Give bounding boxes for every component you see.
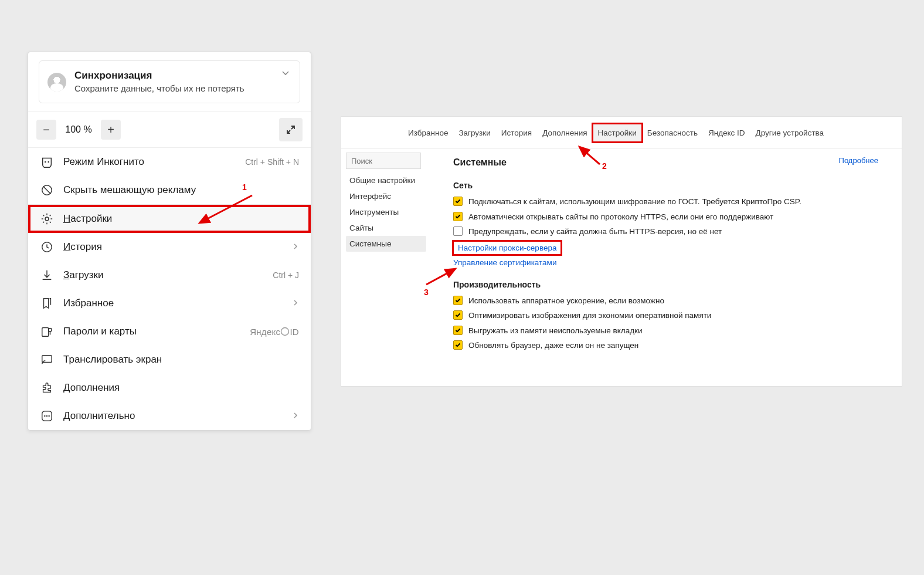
cert-management-link-row: Управление сертификатами (453, 258, 896, 267)
side-item-general[interactable]: Общие настройки (346, 172, 426, 188)
svg-point-12 (46, 415, 47, 417)
chevron-right-icon (292, 410, 299, 422)
bookmark-icon (40, 296, 54, 310)
menu-item-hide-ads[interactable]: Скрыть мешающую рекламу (28, 176, 311, 204)
svg-point-0 (45, 161, 46, 163)
page-title: Системные (453, 157, 896, 168)
clock-icon (40, 240, 54, 254)
menu-item-bookmarks[interactable]: Избранное (28, 289, 311, 317)
check-label: Автоматически открывать сайты по протоко… (468, 211, 773, 223)
menu-label: Дополнения (63, 382, 299, 394)
proxy-settings-link[interactable]: Настройки прокси-сервера (453, 241, 561, 255)
menu-label: Настройки (63, 213, 299, 225)
tab-yandex-id[interactable]: Яндекс ID (703, 124, 750, 142)
key-card-icon (40, 324, 54, 339)
svg-point-1 (47, 161, 49, 163)
side-item-system[interactable]: Системные (346, 236, 426, 252)
settings-content: Системные Подробнее Сеть Подключаться к … (426, 149, 902, 386)
check-hw-accel[interactable]: Использовать аппаратное ускорение, если … (453, 295, 896, 307)
tab-addons[interactable]: Дополнения (537, 124, 592, 142)
download-icon (40, 268, 54, 282)
menu-item-passwords[interactable]: Пароли и карты ЯндексID (28, 317, 311, 346)
side-item-interface[interactable]: Интерфейс (346, 188, 426, 204)
menu-label: Загрузки (63, 269, 263, 281)
menu-label: Транслировать экран (63, 354, 299, 366)
check-label: Использовать аппаратное ускорение, если … (468, 295, 664, 307)
tab-favorites[interactable]: Избранное (403, 124, 453, 142)
side-item-sites[interactable]: Сайты (346, 220, 426, 236)
check-label: Оптимизировать изображения для экономии … (468, 310, 711, 322)
menu-item-cast[interactable]: Транслировать экран (28, 346, 311, 374)
more-icon (40, 409, 54, 423)
menu-item-extensions[interactable]: Дополнения (28, 374, 311, 402)
check-https-warn[interactable]: Предупреждать, если у сайта должна быть … (453, 226, 896, 238)
checkbox-icon[interactable] (453, 197, 463, 206)
check-label: Подключаться к сайтам, использующим шифр… (468, 196, 801, 208)
check-optimize-images[interactable]: Оптимизировать изображения для экономии … (453, 310, 896, 322)
checkbox-icon[interactable] (453, 296, 463, 305)
check-https[interactable]: Автоматически открывать сайты по протоко… (453, 211, 896, 223)
checkbox-icon[interactable] (453, 326, 463, 335)
menu-shortcut: Ctrl + Shift + N (245, 157, 299, 167)
sync-text: Синхронизация Сохраните данные, чтобы их… (74, 69, 244, 94)
sync-card[interactable]: Синхронизация Сохраните данные, чтобы их… (39, 60, 300, 103)
tab-settings[interactable]: Настройки (593, 124, 642, 142)
side-item-tools[interactable]: Инструменты (346, 204, 426, 220)
menu-label: Избранное (63, 297, 278, 309)
incognito-icon (40, 155, 54, 169)
chevron-down-icon (281, 68, 290, 80)
checkbox-icon[interactable] (453, 340, 463, 350)
svg-point-8 (281, 327, 289, 335)
zoom-out-button[interactable]: − (36, 120, 56, 140)
puzzle-icon (40, 381, 54, 395)
svg-point-7 (49, 329, 52, 332)
check-label: Обновлять браузер, даже если он не запущ… (468, 340, 638, 351)
menu-item-history[interactable]: История (28, 233, 311, 261)
menu-label: Пароли и карты (63, 326, 240, 337)
tab-history[interactable]: История (496, 124, 537, 142)
menu-label: Дополнительно (63, 410, 278, 422)
gear-icon (40, 212, 54, 226)
yandex-id-tag: ЯндексID (250, 327, 299, 337)
zoom-level: 100 % (63, 124, 94, 135)
menu-item-settings[interactable]: Настройки (28, 205, 311, 233)
svg-point-11 (44, 415, 45, 417)
check-unload-tabs[interactable]: Выгружать из памяти неиспользуемые вклад… (453, 325, 896, 337)
more-link[interactable]: Подробнее (839, 156, 878, 165)
cert-management-link[interactable]: Управление сертификатами (453, 258, 556, 267)
check-label: Предупреждать, если у сайта должна быть … (468, 226, 722, 238)
settings-side-nav: Общие настройки Интерфейс Инструменты Са… (341, 149, 426, 386)
avatar-icon (47, 73, 66, 92)
check-background-update[interactable]: Обновлять браузер, даже если он не запущ… (453, 340, 896, 351)
check-label: Выгружать из памяти неиспользуемые вклад… (468, 325, 642, 337)
tab-other-devices[interactable]: Другие устройства (750, 124, 830, 142)
svg-rect-6 (42, 328, 49, 337)
menu-shortcut: Ctrl + J (273, 270, 299, 280)
menu-label: Режим Инкогнито (63, 156, 236, 168)
menu-item-more[interactable]: Дополнительно (28, 402, 311, 430)
checkbox-icon[interactable] (453, 226, 463, 236)
menu-label: Скрыть мешающую рекламу (63, 184, 299, 196)
settings-tabs: Избранное Загрузки История Дополнения На… (341, 117, 902, 148)
proxy-settings-link-row: Настройки прокси-сервера (453, 241, 896, 255)
zoom-in-button[interactable]: + (101, 120, 121, 140)
checkbox-icon[interactable] (453, 212, 463, 221)
svg-point-13 (48, 415, 49, 417)
checkbox-icon[interactable] (453, 310, 463, 320)
tab-security[interactable]: Безопасность (642, 124, 703, 142)
browser-main-menu: Синхронизация Сохраните данные, чтобы их… (28, 52, 311, 431)
settings-window: Избранное Загрузки История Дополнения На… (341, 116, 902, 387)
menu-item-downloads[interactable]: Загрузки Ctrl + J (28, 261, 311, 289)
menu-label: История (63, 241, 278, 253)
check-gost[interactable]: Подключаться к сайтам, использующим шифр… (453, 196, 896, 208)
chevron-right-icon (292, 297, 299, 309)
block-icon (40, 183, 54, 197)
menu-item-incognito[interactable]: Режим Инкогнито Ctrl + Shift + N (28, 148, 311, 176)
tab-downloads[interactable]: Загрузки (453, 124, 495, 142)
settings-search-input[interactable] (346, 153, 421, 169)
section-network-title: Сеть (453, 181, 896, 190)
fullscreen-button[interactable] (279, 118, 303, 141)
svg-point-4 (45, 217, 49, 221)
cast-icon (40, 353, 54, 367)
svg-line-3 (43, 187, 51, 194)
